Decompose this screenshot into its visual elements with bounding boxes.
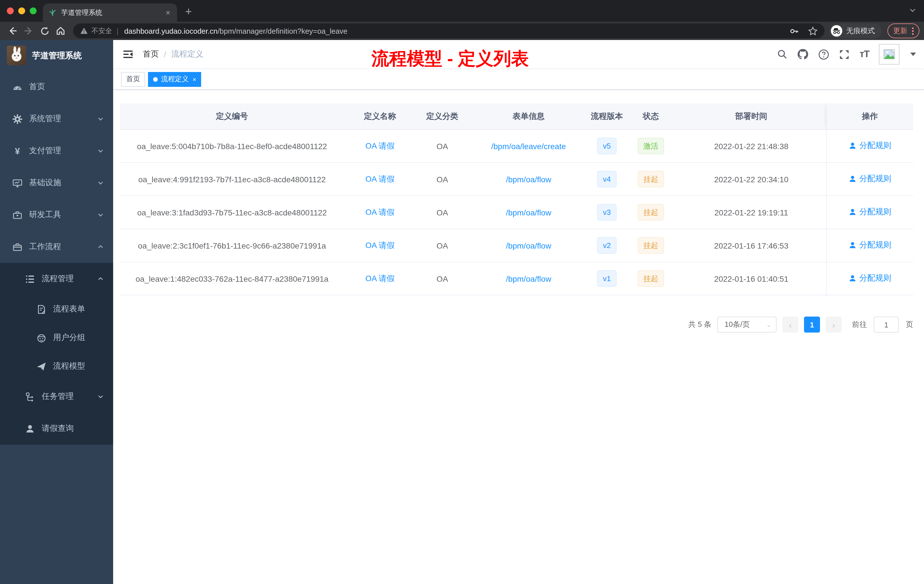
tab-search-chevron-icon[interactable] [909, 7, 916, 14]
paper-plane-icon [36, 361, 46, 371]
version-badge: v5 [597, 138, 616, 154]
assign-rule-button[interactable]: 分配规则 [848, 207, 891, 217]
chevron-down-icon [97, 147, 104, 154]
back-button[interactable] [5, 23, 21, 38]
status-badge: 挂起 [638, 270, 664, 287]
definition-name-link[interactable]: OA 请假 [365, 174, 395, 183]
sidebar-item-process-management[interactable]: 流程管理 [0, 263, 113, 295]
tab-close-icon[interactable]: × [165, 8, 172, 17]
chevron-up-icon [97, 243, 104, 250]
main-area: 流程模型 - 定义列表 首页 / 流程定义 [113, 40, 924, 584]
deploy-time: 2022-01-22 20:34:10 [714, 175, 789, 184]
tag-close-icon[interactable]: × [193, 76, 196, 82]
goto-page-input[interactable]: 1 [874, 317, 899, 333]
tag-process-definition[interactable]: 流程定义 × [148, 72, 201, 87]
home-button[interactable] [53, 23, 69, 38]
tag-home[interactable]: 首页 [121, 72, 145, 87]
definition-category: OA [437, 241, 448, 250]
search-icon[interactable] [777, 49, 788, 59]
reload-button[interactable] [36, 23, 53, 38]
new-tab-button[interactable]: + [185, 5, 192, 18]
github-icon[interactable] [797, 49, 809, 60]
version-badge: v2 [597, 237, 616, 254]
broken-image-icon [883, 48, 896, 61]
form-link[interactable]: /bpm/oa/flow [506, 175, 551, 184]
help-icon[interactable] [818, 49, 830, 60]
sidebar-item-workflow[interactable]: 工作流程 [0, 231, 113, 263]
fullscreen-icon[interactable] [839, 49, 850, 60]
table-row: oa_leave:2:3c1f0ef1-76b1-11ec-9c66-a2380… [120, 229, 913, 262]
forward-button[interactable] [21, 23, 36, 38]
form-link[interactable]: /bpm/oa/flow [506, 241, 551, 250]
window-minimize-button[interactable] [18, 7, 25, 14]
sidebar-toggle-hamburger-icon[interactable] [122, 49, 134, 60]
sidebar-item-devtools[interactable]: 研发工具 [0, 199, 113, 231]
col-deploy-time: 部署时间 [676, 104, 826, 129]
definition-table: 定义编号 定义名称 定义分类 表单信息 流程版本 状态 部署时间 操作 oa_l [120, 104, 913, 295]
tag-label: 流程定义 [161, 74, 188, 84]
assign-rule-button[interactable]: 分配规则 [848, 273, 891, 284]
sidebar-item-payment[interactable]: ¥ 支付管理 [0, 135, 113, 167]
page-size-select[interactable]: 10条/页 ⌄ [717, 317, 777, 333]
window-maximize-button[interactable] [30, 7, 36, 14]
avatar[interactable] [879, 44, 899, 64]
user-icon [848, 274, 856, 282]
annotation-title: 流程模型 - 定义列表 [371, 47, 529, 71]
definition-name-link[interactable]: OA 请假 [365, 207, 395, 216]
sidebar-item-infra[interactable]: 基础设施 [0, 167, 113, 199]
form-link[interactable]: /bpm/oa/flow [506, 208, 551, 217]
assign-rule-button[interactable]: 分配规则 [848, 174, 891, 184]
goto-suffix: 页 [906, 319, 913, 330]
security-label: 不安全 [91, 26, 112, 36]
sidebar-item-user-group[interactable]: 用户分组 [0, 323, 113, 352]
chevron-down-icon [97, 393, 104, 400]
sidebar-item-label: 流程表单 [53, 304, 104, 314]
sidebar-item-label: 工作流程 [29, 242, 97, 252]
app-title: 芋道管理系统 [32, 50, 82, 61]
table-header-row: 定义编号 定义名称 定义分类 表单信息 流程版本 状态 部署时间 操作 [120, 104, 913, 129]
prev-page-button[interactable]: ‹ [782, 317, 798, 333]
window-close-button[interactable] [7, 7, 14, 14]
form-link[interactable]: /bpm/oa/flow [506, 274, 551, 283]
sidebar-item-home[interactable]: 首页 [0, 71, 113, 103]
password-key-icon[interactable] [789, 26, 799, 36]
avatar-caret-down-icon[interactable] [910, 53, 916, 56]
definition-name-link[interactable]: OA 请假 [365, 240, 395, 249]
browser-update-button[interactable]: 更新 [888, 23, 919, 38]
dashboard-icon [13, 82, 22, 92]
next-page-button[interactable]: › [826, 317, 842, 333]
bookmark-star-icon[interactable] [808, 26, 818, 36]
font-size-icon[interactable]: ᴛT [860, 49, 869, 60]
sidebar-item-leave-query[interactable]: 请假查询 [0, 412, 113, 445]
deploy-time: 2022-01-22 21:48:38 [714, 142, 789, 150]
user-icon [848, 208, 856, 216]
user-icon [25, 424, 35, 434]
browser-tab[interactable]: 芋道管理系统 × [43, 3, 177, 22]
form-link[interactable]: /bpm/oa/leave/create [491, 142, 566, 150]
assign-rule-button[interactable]: 分配规则 [848, 140, 891, 151]
status-badge: 挂起 [638, 237, 664, 254]
definition-name-link[interactable]: OA 请假 [365, 274, 395, 282]
sidebar-item-label: 研发工具 [29, 210, 97, 220]
list-icon [25, 274, 35, 284]
tree-icon [25, 392, 35, 401]
sidebar-item-label: 流程模型 [53, 361, 104, 371]
browser-menu-icon[interactable] [912, 27, 914, 35]
url-text: dashboard.yudao.iocoder.cn/bpm/manager/d… [124, 26, 789, 35]
url-path: /bpm/manager/definition?key=oa_leave [218, 26, 348, 35]
breadcrumb-home[interactable]: 首页 [143, 49, 159, 59]
sidebar-item-process-form[interactable]: 流程表单 [0, 295, 113, 323]
definition-id: oa_leave:4:991f2193-7b7f-11ec-a3c8-acde4… [138, 175, 326, 184]
navbar-actions: ᴛT [777, 44, 916, 64]
sidebar-item-task-management[interactable]: 任务管理 [0, 381, 113, 412]
definition-name-link[interactable]: OA 请假 [365, 141, 395, 150]
current-page-button[interactable]: 1 [804, 317, 820, 333]
assign-rule-button[interactable]: 分配规则 [848, 240, 891, 250]
address-bar[interactable]: 不安全 | dashboard.yudao.iocoder.cn/bpm/man… [73, 23, 825, 38]
sidebar-item-system[interactable]: 系统管理 [0, 103, 113, 135]
table-row: oa_leave:3:1fad3d93-7b75-11ec-a3c8-acde4… [120, 196, 913, 229]
breadcrumb-current: 流程定义 [172, 49, 203, 59]
status-badge: 激活 [638, 138, 664, 154]
definition-category: OA [437, 208, 448, 217]
sidebar-item-process-model[interactable]: 流程模型 [0, 352, 113, 381]
